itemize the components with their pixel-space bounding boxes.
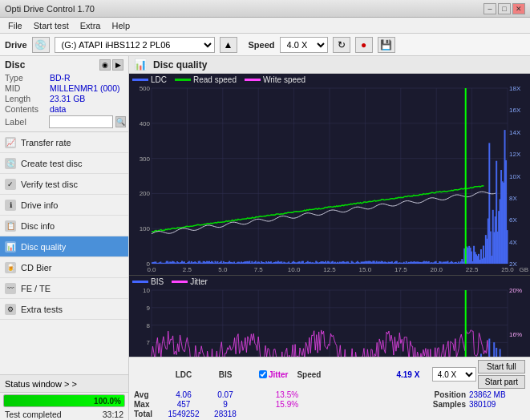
drive-bar: Drive 💿 (G:) ATAPI iHBS112 2 PL06 ▲ Spee…	[0, 34, 530, 56]
avg-ldc: 4.06	[163, 390, 204, 399]
lower-chart-legend: BIS Jitter	[132, 277, 208, 286]
samples-label: Samples	[433, 400, 466, 409]
legend-jitter: Jitter	[172, 277, 208, 286]
legend-read-speed-text: Read speed	[193, 75, 237, 84]
start-buttons: Start full Start part	[478, 360, 525, 389]
length-key: Length	[5, 94, 47, 103]
eject-button[interactable]: ▲	[220, 37, 237, 53]
nav-disc-quality-label: Disc quality	[21, 242, 66, 252]
transfer-rate-icon: 📈	[5, 137, 16, 148]
label-input[interactable]	[49, 115, 113, 128]
jitter-checkbox[interactable]	[259, 370, 267, 378]
disc-info-box: Disc ◉ ▶ Type BD-R MID MILLENMR1 (000) L…	[0, 56, 128, 132]
refresh-button[interactable]: ↻	[333, 37, 350, 53]
legend-ldc-text: LDC	[151, 75, 167, 84]
disc-info-icon: 📋	[5, 220, 16, 232]
main-area: Disc ◉ ▶ Type BD-R MID MILLENMR1 (000) L…	[0, 56, 530, 420]
fe-te-icon: 〰	[5, 283, 16, 294]
menu-file[interactable]: File	[3, 19, 27, 32]
charts-area: LDC Read speed Write speed	[129, 74, 530, 357]
label-icon[interactable]: 🔍	[115, 116, 126, 127]
upper-chart-canvas	[129, 74, 530, 275]
speed-col-header: Speed	[293, 370, 325, 379]
nav-disc-quality[interactable]: 📊 Disc quality	[0, 236, 128, 257]
nav-items: 📈 Transfer rate 💿 Create test disc ✓ Ver…	[0, 132, 128, 374]
lower-chart-canvas	[129, 276, 530, 357]
status-bottom: Test completed 33:12	[0, 409, 128, 420]
legend-jitter-text: Jitter	[190, 277, 208, 286]
drive-select[interactable]: (G:) ATAPI iHBS112 2 PL06	[55, 37, 215, 53]
disc-icon-1[interactable]: ◉	[99, 59, 111, 71]
position-val: 23862 MB	[469, 390, 525, 399]
bis-col-header: BIS	[204, 370, 246, 379]
save-button[interactable]: 💾	[378, 37, 395, 53]
status-time: 33:12	[103, 410, 123, 419]
contents-value: data	[50, 104, 66, 114]
menu-extra[interactable]: Extra	[75, 19, 106, 32]
nav-cd-bier[interactable]: 🍺 CD Bier	[0, 257, 128, 278]
avg-jitter: 13.5%	[259, 390, 315, 399]
chart-header: 📊 Disc quality	[129, 56, 530, 74]
status-bar: Status window > > 100.0% Test completed …	[0, 374, 128, 420]
nav-verify-test-disc[interactable]: ✓ Verify test disc	[0, 174, 128, 195]
max-jitter: 15.9%	[259, 400, 315, 409]
start-part-button[interactable]: Start part	[478, 375, 525, 389]
total-label: Total	[134, 410, 163, 418]
window-controls: – □ ✕	[483, 3, 525, 14]
legend-bis: BIS	[132, 277, 164, 286]
nav-transfer-rate[interactable]: 📈 Transfer rate	[0, 132, 128, 153]
total-bis: 28318	[204, 410, 246, 418]
nav-fe-te-label: FE / TE	[21, 284, 51, 293]
speed-label: Speed	[249, 40, 275, 50]
menu-help[interactable]: Help	[107, 19, 135, 32]
status-window-label: Status window > >	[5, 379, 77, 389]
stats-bar: LDC BIS Jitter Speed 4.19 X 4.0 X Start …	[129, 357, 530, 420]
drive-icon: 💿	[32, 37, 50, 53]
disc-quality-icon: 📊	[5, 241, 16, 252]
chart-title: Disc quality	[153, 59, 207, 71]
nav-disc-info[interactable]: 📋 Disc info	[0, 216, 128, 236]
nav-transfer-rate-label: Transfer rate	[21, 138, 71, 147]
left-panel: Disc ◉ ▶ Type BD-R MID MILLENMR1 (000) L…	[0, 56, 129, 420]
nav-create-test-disc[interactable]: 💿 Create test disc	[0, 153, 128, 174]
status-completed: Test completed	[5, 410, 62, 419]
drive-info-icon: ℹ	[5, 200, 16, 211]
right-panel: 📊 Disc quality LDC Read speed	[129, 56, 530, 420]
lower-chart-wrap: BIS Jitter	[129, 276, 530, 357]
stats-speed-dropdown[interactable]: 4.0 X	[432, 367, 476, 382]
legend-bis-text: BIS	[151, 277, 164, 286]
nav-fe-te[interactable]: 〰 FE / TE	[0, 278, 128, 299]
type-value: BD-R	[50, 73, 71, 83]
nav-create-test-label: Create test disc	[21, 159, 82, 168]
nav-drive-info[interactable]: ℹ Drive info	[0, 195, 128, 216]
progress-bar-fill: 100.0%	[4, 395, 124, 406]
speed-select[interactable]: 4.0 X	[280, 37, 328, 53]
nav-extra-tests[interactable]: ⚙ Extra tests	[0, 299, 128, 320]
extra-tests-icon: ⚙	[5, 304, 16, 315]
minimize-button[interactable]: –	[483, 3, 496, 14]
disc-button[interactable]: ●	[355, 37, 373, 53]
total-ldc: 1549252	[163, 410, 204, 418]
max-label: Max	[134, 400, 163, 409]
type-key: Type	[5, 73, 47, 83]
nav-cd-bier-label: CD Bier	[21, 263, 52, 273]
maximize-button[interactable]: □	[498, 3, 511, 14]
upper-chart-legend: LDC Read speed Write speed	[132, 75, 305, 84]
progress-text: 100.0%	[94, 397, 121, 406]
ldc-col-header: LDC	[163, 370, 204, 379]
jitter-col-header: Jitter	[269, 370, 288, 379]
close-button[interactable]: ✕	[512, 3, 525, 14]
avg-label: Avg	[134, 390, 163, 399]
menu-start-test[interactable]: Start test	[29, 19, 74, 32]
nav-verify-test-label: Verify test disc	[21, 180, 78, 189]
status-window-button[interactable]: Status window > >	[0, 375, 128, 393]
position-label: Position	[435, 390, 466, 399]
avg-bis: 0.07	[204, 390, 246, 399]
disc-icon-2[interactable]: ▶	[112, 59, 123, 71]
legend-ldc: LDC	[132, 75, 167, 84]
contents-key: Contents	[5, 104, 47, 114]
legend-read-speed: Read speed	[175, 75, 237, 84]
nav-drive-info-label: Drive info	[21, 200, 58, 210]
window-title: Opti Drive Control 1.70	[5, 4, 95, 14]
start-full-button[interactable]: Start full	[478, 360, 525, 374]
